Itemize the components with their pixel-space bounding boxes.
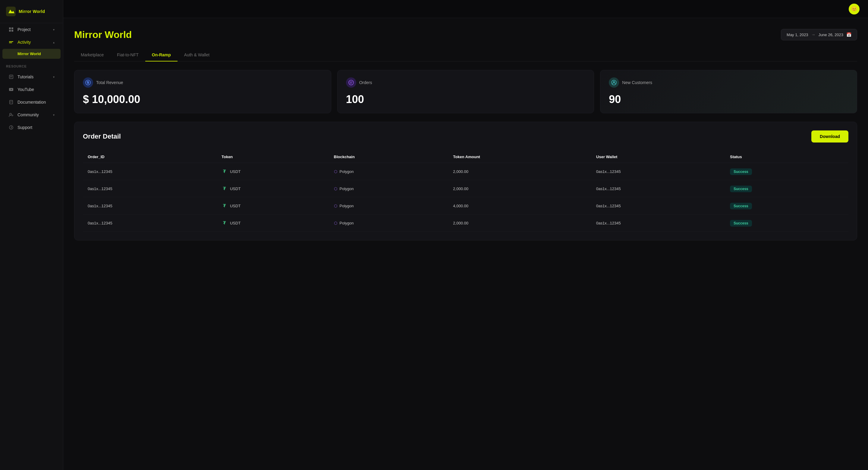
polygon-icon: ⬡ — [334, 203, 337, 208]
sidebar-item-support[interactable]: Support — [2, 121, 61, 133]
cell-token-amount: 2,000.00 — [448, 180, 591, 197]
tutorials-icon — [8, 74, 14, 80]
stat-revenue-label: Total Revenue — [96, 80, 123, 85]
sidebar-logo[interactable]: Mirror World — [0, 0, 63, 23]
stat-orders-label: Orders — [359, 80, 372, 85]
sidebar-item-documentation-label: Documentation — [18, 100, 46, 104]
usdt-icon: ₮ — [221, 220, 227, 226]
tabs: Marketplace Fiat-to-NFT On-Ramp Auth & W… — [74, 49, 857, 61]
svg-rect-3 — [9, 30, 11, 32]
status-badge: Success — [730, 203, 752, 209]
date-range-picker[interactable]: May 1, 2023 → June 26, 2023 📅 — [781, 29, 857, 40]
project-icon — [8, 27, 14, 32]
col-token-amount: Token Amount — [448, 151, 591, 163]
svg-rect-6 — [9, 42, 12, 43]
tab-fiat-to-nft[interactable]: Fiat-to-NFT — [110, 49, 145, 61]
status-badge: Success — [730, 168, 752, 175]
svg-rect-5 — [9, 41, 13, 42]
stat-customers-label: New Customers — [622, 80, 652, 85]
cell-user-wallet: 0as1x...12345 — [591, 215, 725, 232]
status-badge: Success — [730, 186, 752, 192]
usdt-icon: ₮ — [221, 186, 227, 192]
col-order-id: Order_ID — [83, 151, 217, 163]
revenue-icon — [83, 77, 93, 88]
sidebar-sub-item-mirror-world[interactable]: Mirror World — [2, 49, 61, 59]
cell-order-id: 0as1x...12345 — [83, 215, 217, 232]
cell-status: Success — [725, 163, 848, 180]
polygon-icon: ⬡ — [334, 169, 337, 174]
col-status: Status — [725, 151, 848, 163]
stat-orders-value: 100 — [346, 93, 586, 106]
cell-token-amount: 4,000.00 — [448, 197, 591, 215]
page-header: Mirror World May 1, 2023 → June 26, 2023… — [74, 29, 857, 40]
stat-customers-value: 90 — [609, 93, 848, 106]
cell-token: ₮ USDT — [217, 180, 329, 197]
order-detail-title: Order Detail — [83, 132, 121, 140]
topbar: 😊 — [63, 0, 868, 18]
page-title: Mirror World — [74, 29, 132, 40]
sidebar-item-project[interactable]: Project ▾ — [2, 24, 61, 36]
user-avatar[interactable]: 😊 — [849, 4, 860, 14]
activity-icon — [8, 39, 14, 45]
stat-card-revenue: Total Revenue $ 10,000.00 — [74, 70, 331, 113]
customers-icon — [609, 77, 619, 88]
cell-token: ₮ USDT — [217, 163, 329, 180]
cell-order-id: 0as1x...12345 — [83, 197, 217, 215]
order-table: Order_ID Token Blockchain Token Amount U… — [83, 151, 848, 232]
cell-blockchain: ⬡ Polygon — [329, 180, 448, 197]
calendar-icon: 📅 — [846, 32, 851, 37]
cell-blockchain: ⬡ Polygon — [329, 197, 448, 215]
cell-order-id: 0as1x...12345 — [83, 180, 217, 197]
col-token: Token — [217, 151, 329, 163]
activity-chevron: ▴ — [53, 41, 55, 44]
svg-rect-1 — [9, 27, 11, 29]
project-chevron: ▾ — [53, 28, 55, 31]
community-chevron: ▾ — [53, 113, 55, 117]
stat-cards: Total Revenue $ 10,000.00 Orders 100 — [74, 70, 857, 113]
sidebar-item-activity[interactable]: Activity ▴ — [2, 36, 61, 48]
svg-point-15 — [613, 81, 615, 83]
svg-point-10 — [12, 115, 13, 116]
main-content: 😊 Mirror World May 1, 2023 → June 26, 20… — [63, 0, 868, 470]
cell-order-id: 0as1x...12345 — [83, 163, 217, 180]
svg-rect-4 — [11, 30, 13, 32]
cell-status: Success — [725, 180, 848, 197]
logo-text: Mirror World — [19, 9, 45, 14]
date-start: May 1, 2023 — [786, 33, 808, 37]
cell-user-wallet: 0as1x...12345 — [591, 197, 725, 215]
cell-blockchain: ⬡ Polygon — [329, 215, 448, 232]
stat-card-customers: New Customers 90 — [600, 70, 857, 113]
tab-auth-wallet[interactable]: Auth & Wallet — [178, 49, 216, 61]
cell-status: Success — [725, 197, 848, 215]
sidebar-item-community[interactable]: Community ▾ — [2, 109, 61, 121]
cell-user-wallet: 0as1x...12345 — [591, 180, 725, 197]
svg-rect-7 — [9, 75, 13, 79]
tab-on-ramp[interactable]: On-Ramp — [145, 49, 178, 61]
cell-token-amount: 2,000.00 — [448, 163, 591, 180]
sidebar-item-documentation[interactable]: Documentation — [2, 96, 61, 108]
cell-blockchain: ⬡ Polygon — [329, 163, 448, 180]
polygon-icon: ⬡ — [334, 187, 337, 191]
sidebar: Mirror World Project ▾ — [0, 0, 63, 470]
download-button[interactable]: Download — [811, 130, 848, 143]
col-user-wallet: User Wallet — [591, 151, 725, 163]
cell-user-wallet: 0as1x...12345 — [591, 163, 725, 180]
content-area: Mirror World May 1, 2023 → June 26, 2023… — [63, 18, 868, 470]
tutorials-chevron: ▾ — [53, 75, 55, 79]
col-blockchain: Blockchain — [329, 151, 448, 163]
sidebar-item-project-label: Project — [18, 27, 31, 32]
order-detail-section: Order Detail Download Order_ID Token Blo… — [74, 122, 857, 241]
cell-status: Success — [725, 215, 848, 232]
tab-marketplace[interactable]: Marketplace — [74, 49, 110, 61]
sidebar-item-tutorials-label: Tutorials — [18, 74, 33, 79]
sidebar-item-youtube[interactable]: YouTube — [2, 84, 61, 95]
date-end: June 26, 2023 — [818, 33, 843, 37]
cell-token: ₮ USDT — [217, 215, 329, 232]
orders-icon — [346, 77, 356, 88]
cell-token: ₮ USDT — [217, 197, 329, 215]
table-row: 0as1x...12345 ₮ USDT ⬡ Polygon 2,000.00 … — [83, 163, 848, 180]
community-icon — [8, 112, 14, 118]
date-range-arrow-icon: → — [811, 32, 815, 37]
table-row: 0as1x...12345 ₮ USDT ⬡ Polygon 2,000.00 … — [83, 180, 848, 197]
sidebar-item-tutorials[interactable]: Tutorials ▾ — [2, 71, 61, 83]
